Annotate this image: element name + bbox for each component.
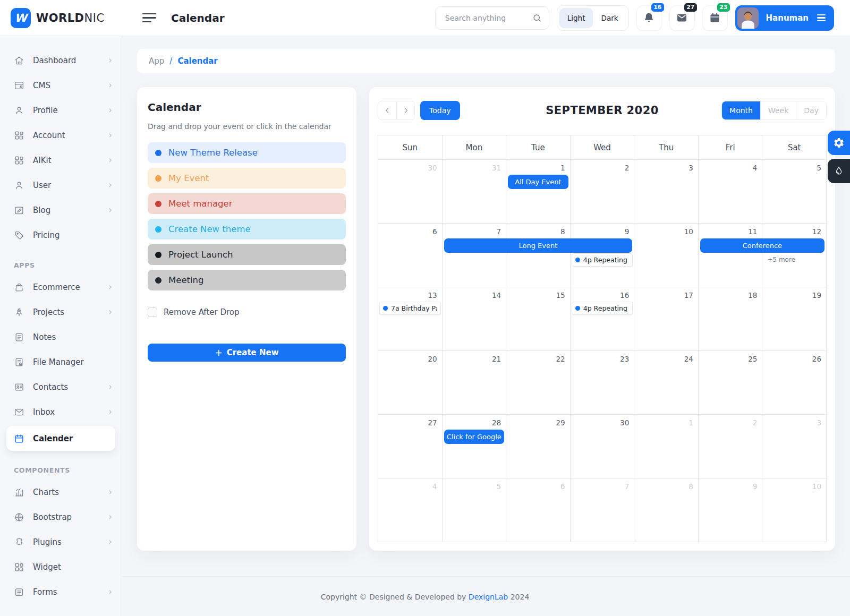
- draggable-event[interactable]: Create New theme: [148, 219, 346, 239]
- calendar-day-cell[interactable]: 94p Repeating E: [571, 224, 635, 287]
- calendar-day-cell[interactable]: 5: [443, 478, 507, 542]
- calendar-day-cell[interactable]: 12+5 more: [762, 224, 827, 287]
- sidebar-item-aikit[interactable]: AIKit›: [0, 148, 122, 173]
- draggable-event[interactable]: New Theme Release: [148, 142, 346, 163]
- breadcrumb-app[interactable]: App: [149, 56, 164, 66]
- calendar-day-cell[interactable]: 6: [506, 478, 571, 542]
- sidebar-item-contacts[interactable]: Contacts›: [0, 374, 122, 399]
- today-button[interactable]: Today: [420, 101, 460, 120]
- calendar-day-cell[interactable]: 8: [506, 224, 571, 287]
- calendar-day-cell[interactable]: 14: [443, 287, 507, 351]
- sidebar-item-widget[interactable]: Widget: [0, 554, 122, 579]
- calendar-event-chip[interactable]: 4p Repeating E: [572, 302, 633, 315]
- search-icon[interactable]: [532, 13, 542, 23]
- view-day-button[interactable]: Day: [796, 101, 826, 119]
- sidebar-item-ecommerce[interactable]: Ecommerce›: [0, 275, 122, 300]
- calendar-day-cell[interactable]: 6: [378, 224, 443, 287]
- day-number: 17: [634, 287, 698, 300]
- calendar-day-cell[interactable]: 19: [762, 287, 827, 351]
- calendar-day-cell[interactable]: 3: [634, 160, 699, 224]
- footer-brand-link[interactable]: DexignLab: [469, 593, 508, 601]
- calendar-event-chip[interactable]: 7a Birthday Par: [379, 302, 441, 315]
- sidebar-item-blog[interactable]: Blog›: [0, 198, 122, 223]
- calendar-day-cell[interactable]: 10: [762, 478, 827, 542]
- calendar-day-cell[interactable]: 31: [443, 160, 507, 224]
- sidebar-item-inbox[interactable]: Inbox›: [0, 399, 122, 424]
- sidebar-item-dashboard[interactable]: Dashboard›: [0, 48, 122, 73]
- calendar-day-cell[interactable]: 30: [571, 415, 635, 478]
- calendar-day-cell[interactable]: 23: [571, 351, 635, 415]
- calendar-day-cell[interactable]: 25: [699, 351, 763, 415]
- breadcrumb-current[interactable]: Calendar: [177, 56, 217, 66]
- messages-button[interactable]: 27: [669, 5, 695, 31]
- calendar-day-cell[interactable]: 4: [699, 160, 763, 224]
- calendar-day-cell[interactable]: 22: [506, 351, 571, 415]
- calendar-day-cell[interactable]: 137a Birthday Par: [378, 287, 443, 351]
- events-button[interactable]: 23: [702, 5, 728, 31]
- view-month-button[interactable]: Month: [722, 101, 760, 119]
- calendar-day-cell[interactable]: 7: [443, 224, 507, 287]
- next-month-button[interactable]: [396, 101, 414, 119]
- draggable-event-label: Project Launch: [168, 250, 233, 260]
- calendar-day-cell[interactable]: 18: [699, 287, 763, 351]
- calendar-day-cell[interactable]: 30: [378, 160, 443, 224]
- sidebar-item-plugins[interactable]: Plugins›: [0, 529, 122, 554]
- calendar-day-cell[interactable]: 15: [506, 287, 571, 351]
- calendar-day-cell[interactable]: 20: [378, 351, 443, 415]
- calendar-day-cell[interactable]: 9: [699, 478, 763, 542]
- calendar-day-cell[interactable]: 24: [634, 351, 699, 415]
- draggable-event[interactable]: Meet manager: [148, 193, 346, 214]
- notifications-button[interactable]: 16: [636, 5, 662, 31]
- calendar-event-bar[interactable]: All Day Event: [508, 175, 568, 189]
- search-input[interactable]: [444, 13, 532, 23]
- sidebar-toggle-icon[interactable]: [142, 13, 156, 23]
- calendar-day-cell[interactable]: 8: [634, 478, 699, 542]
- sidebar-item-charts[interactable]: Charts›: [0, 480, 122, 504]
- calendar-day-cell[interactable]: 17: [634, 287, 699, 351]
- view-week-button[interactable]: Week: [760, 101, 796, 119]
- calendar-day-cell[interactable]: 27: [378, 415, 443, 478]
- calendar-day-cell[interactable]: 29: [506, 415, 571, 478]
- calendar-day-cell[interactable]: 3: [762, 415, 827, 478]
- draggable-event[interactable]: My Event: [148, 168, 346, 189]
- calendar-day-cell[interactable]: 2: [571, 160, 635, 224]
- calendar-day-cell[interactable]: 5: [762, 160, 827, 224]
- remove-after-drop-checkbox[interactable]: [148, 307, 157, 317]
- sidebar-item-notes[interactable]: Notes: [0, 324, 122, 349]
- sidebar-item-user[interactable]: User›: [0, 173, 122, 198]
- calendar-day-cell[interactable]: 21: [443, 351, 507, 415]
- calendar-day-cell[interactable]: 7: [571, 478, 635, 542]
- calendar-day-cell[interactable]: 26: [762, 351, 827, 415]
- settings-fab[interactable]: [828, 131, 850, 155]
- sidebar-item-projects[interactable]: Projects›: [0, 300, 122, 324]
- sidebar-item-file-manager[interactable]: File Manager: [0, 349, 122, 374]
- draggable-event[interactable]: Meeting: [148, 270, 346, 290]
- calendar-day-cell[interactable]: 164p Repeating E: [571, 287, 635, 351]
- draggable-event[interactable]: Project Launch: [148, 244, 346, 265]
- calendar-day-cell[interactable]: 1: [634, 415, 699, 478]
- brand-logo[interactable]: W WORLDNIC: [0, 0, 122, 36]
- calendar-day-cell[interactable]: 11: [699, 224, 763, 287]
- sidebar-item-bootstrap[interactable]: Bootstrap›: [0, 504, 122, 529]
- calendar-day-cell[interactable]: 1: [506, 160, 571, 224]
- user-menu[interactable]: Hanuman: [735, 5, 834, 31]
- calendar-day-cell[interactable]: 10: [634, 224, 699, 287]
- calendar-event-chip[interactable]: 4p Repeating E: [572, 253, 633, 267]
- calendar-event-bar[interactable]: Conference: [700, 238, 824, 253]
- calendar-event-bar[interactable]: Long Event: [444, 238, 633, 253]
- calendar-day-cell[interactable]: 4: [378, 478, 443, 542]
- sidebar-item-calender[interactable]: Calender: [6, 426, 115, 451]
- sidebar-item-profile[interactable]: Profile›: [0, 98, 122, 123]
- theme-dark-button[interactable]: Dark: [593, 8, 626, 28]
- calendar-event-bar[interactable]: Click for Google: [444, 430, 505, 444]
- prev-month-button[interactable]: [378, 101, 396, 119]
- theme-light-button[interactable]: Light: [559, 8, 593, 28]
- create-new-button[interactable]: + Create New: [148, 344, 346, 362]
- calendar-day-cell[interactable]: 28: [443, 415, 507, 478]
- theme-fab[interactable]: [828, 159, 850, 183]
- sidebar-item-cms[interactable]: CMS›: [0, 73, 122, 98]
- sidebar-item-account[interactable]: Account›: [0, 123, 122, 148]
- calendar-day-cell[interactable]: 2: [699, 415, 763, 478]
- sidebar-item-pricing[interactable]: Pricing: [0, 223, 122, 247]
- more-events-link[interactable]: +5 more: [763, 253, 825, 263]
